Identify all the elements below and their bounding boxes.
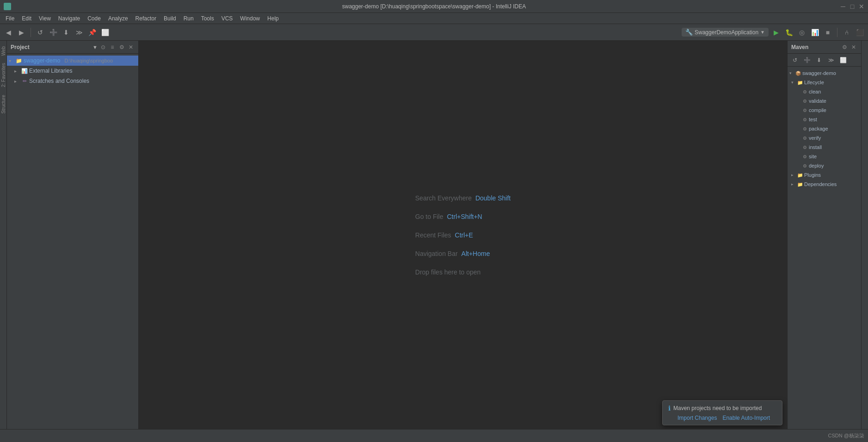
hint-label-goto: Go to File <box>415 213 443 220</box>
maven-goal-icon-test: ⚙ <box>801 116 808 123</box>
maven-settings-icon[interactable]: ⚙ <box>841 44 848 51</box>
left-sidebar: Web 2: Favorites Structure <box>0 41 7 429</box>
maven-item-swagger-demo[interactable]: ▾ 📦 swagger-demo <box>788 68 861 78</box>
hint-drop-files: Drop files here to open <box>415 268 481 276</box>
maven-item-verify[interactable]: ⚙ verify <box>788 133 861 143</box>
back-icon[interactable]: ◀ <box>3 27 14 38</box>
enable-auto-import-button[interactable]: Enable Auto-Import <box>722 415 770 421</box>
maven-more-icon[interactable]: ≫ <box>825 55 837 66</box>
project-panel-title: Project <box>11 44 89 50</box>
maximize-panel-icon[interactable]: ⬜ <box>99 27 111 38</box>
tree-item-external-libraries[interactable]: ▸ 📊 External Libraries <box>7 66 138 76</box>
tree-item-scratches[interactable]: ▸ ✏ Scratches and Consoles <box>7 76 138 86</box>
toolbar: ◀ ▶ ↺ ➕ ⬇ ≫ 📌 ⬜ 🔧 SwaggerDemoApplication… <box>0 24 868 41</box>
tree-arrow-swagger-demo: ▾ <box>9 58 14 63</box>
hint-shortcut-search: Double Shift <box>475 194 511 202</box>
web-tab[interactable]: Web <box>0 43 7 59</box>
favorites-tab[interactable]: 2: Favorites <box>0 59 7 91</box>
maven-add-icon[interactable]: ➕ <box>801 55 813 66</box>
git-icon[interactable]: ⑃ <box>841 27 852 38</box>
menu-window[interactable]: Window <box>236 14 264 23</box>
maven-label-test: test <box>809 117 817 122</box>
project-close-icon[interactable]: ✕ <box>127 44 135 51</box>
locate-icon[interactable]: ⊙ <box>99 44 107 51</box>
maven-arrow-lifecycle: ▾ <box>791 80 796 85</box>
menu-help[interactable]: Help <box>264 14 283 23</box>
notification-popup: ℹ Maven projects need to be imported Imp… <box>662 400 782 425</box>
coverage-button[interactable]: ◎ <box>796 27 807 38</box>
hint-search-everywhere: Search Everywhere Double Shift <box>415 194 511 202</box>
menu-analyze[interactable]: Analyze <box>105 14 132 23</box>
structure-tab[interactable]: Structure <box>0 91 7 118</box>
maven-arrow-plugins: ▸ <box>791 173 796 177</box>
toolbar-sep-2 <box>837 28 837 37</box>
maven-download-icon[interactable]: ⬇ <box>813 55 825 66</box>
project-panel-header: Project ▼ ⊙ ≡ ⚙ ✕ <box>7 41 138 54</box>
maven-refresh-icon[interactable]: ↺ <box>789 55 800 66</box>
maven-item-package[interactable]: ⚙ package <box>788 124 861 133</box>
maven-lifecycle-icon: 📁 <box>797 79 803 86</box>
tree-arrow-scratches: ▸ <box>14 79 20 84</box>
menu-run[interactable]: Run <box>180 14 197 23</box>
profile-button[interactable]: 📊 <box>809 27 820 38</box>
run-configuration[interactable]: 🔧 SwaggerDemoApplication ▼ <box>682 28 769 37</box>
refresh-icon[interactable]: ↺ <box>35 27 46 38</box>
menu-build[interactable]: Build <box>160 14 180 23</box>
maven-item-clean[interactable]: ⚙ clean <box>788 87 861 96</box>
import-changes-button[interactable]: Import Changes <box>677 415 717 421</box>
menu-edit[interactable]: Edit <box>18 14 35 23</box>
menu-file[interactable]: File <box>2 14 18 23</box>
maven-toolbar: ↺ ➕ ⬇ ≫ ⬜ <box>788 54 861 67</box>
maven-panel: Maven ⚙ ✕ ↺ ➕ ⬇ ≫ ⬜ ▾ 📦 swagger-demo ▾ 📁… <box>787 41 861 429</box>
status-text-right: CSDN @杨柒柒 <box>828 432 864 439</box>
pin-icon[interactable]: 📌 <box>86 27 98 38</box>
minimize-button[interactable]: ─ <box>840 4 846 9</box>
project-settings-icon[interactable]: ⚙ <box>118 44 125 51</box>
forward-icon[interactable]: ▶ <box>16 27 27 38</box>
menu-navigate[interactable]: Navigate <box>55 14 84 23</box>
maximize-button[interactable]: □ <box>850 4 855 9</box>
close-button[interactable]: ✕ <box>859 4 864 9</box>
run-config-name: SwaggerDemoApplication <box>695 29 758 36</box>
hint-label-navbar: Navigation Bar <box>415 250 458 257</box>
download-icon[interactable]: ⬇ <box>61 27 72 38</box>
collapse-all-icon[interactable]: ≡ <box>109 44 116 51</box>
menu-view[interactable]: View <box>35 14 55 23</box>
more-icon[interactable]: ≫ <box>74 27 85 38</box>
maven-item-deploy[interactable]: ⚙ deploy <box>788 161 861 170</box>
maven-item-test[interactable]: ⚙ test <box>788 115 861 124</box>
run-button[interactable]: ▶ <box>770 27 782 38</box>
app-icon <box>4 3 11 10</box>
add-maven-icon[interactable]: ➕ <box>48 27 59 38</box>
maven-close-icon[interactable]: ✕ <box>850 44 857 51</box>
maven-panel-header: Maven ⚙ ✕ <box>788 41 861 54</box>
maven-item-validate[interactable]: ⚙ validate <box>788 96 861 106</box>
project-icon: 📁 <box>15 57 23 64</box>
library-icon: 📊 <box>21 67 28 75</box>
menu-refactor[interactable]: Refactor <box>132 14 160 23</box>
maven-label-lifecycle: Lifecycle <box>804 80 824 85</box>
maven-expand-icon[interactable]: ⬜ <box>837 55 849 66</box>
menu-code[interactable]: Code <box>84 14 105 23</box>
stop-button[interactable]: ■ <box>822 27 833 38</box>
project-dropdown-arrow[interactable]: ▼ <box>92 44 98 50</box>
menu-vcs[interactable]: VCS <box>218 14 237 23</box>
hint-goto-file: Go to File Ctrl+Shift+N <box>415 213 482 220</box>
maven-arrow-root: ▾ <box>789 71 794 75</box>
hint-shortcut-goto: Ctrl+Shift+N <box>447 213 482 220</box>
status-bar: CSDN @杨柒柒 <box>0 429 868 442</box>
maven-item-plugins[interactable]: ▸ 📁 Plugins <box>788 170 861 180</box>
editor-area: Search Everywhere Double Shift Go to Fil… <box>139 41 787 429</box>
hint-nav-bar: Navigation Bar Alt+Home <box>415 250 490 257</box>
debug-button[interactable]: 🐛 <box>783 27 794 38</box>
maven-item-lifecycle[interactable]: ▾ 📁 Lifecycle <box>788 78 861 87</box>
maven-item-install[interactable]: ⚙ install <box>788 143 861 152</box>
maven-item-dependencies[interactable]: ▸ 📁 Dependencies <box>788 180 861 189</box>
maven-label-install: install <box>809 144 822 150</box>
maven-goal-icon-verify: ⚙ <box>801 135 808 141</box>
tree-item-swagger-demo[interactable]: ▾ 📁 swagger-demo D:\huaqing\springboo <box>7 56 138 66</box>
maven-item-compile[interactable]: ⚙ compile <box>788 106 861 115</box>
menu-tools[interactable]: Tools <box>197 14 218 23</box>
maven-item-site[interactable]: ⚙ site <box>788 152 861 161</box>
terminal-icon[interactable]: ⬛ <box>854 27 865 38</box>
